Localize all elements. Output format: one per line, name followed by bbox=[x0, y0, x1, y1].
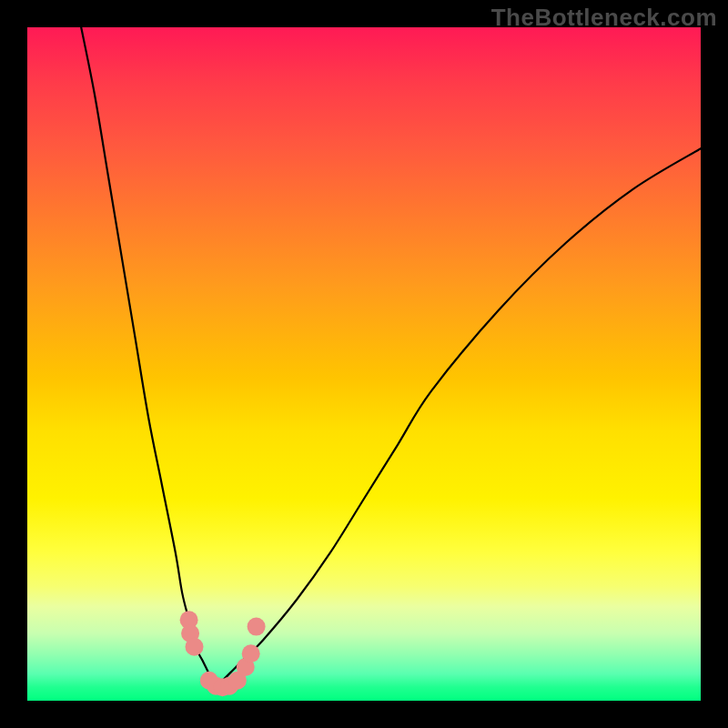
dots-group bbox=[180, 611, 266, 696]
data-dot bbox=[248, 618, 266, 636]
plot-area bbox=[27, 27, 701, 701]
data-dot bbox=[242, 644, 260, 662]
data-dot bbox=[186, 638, 204, 656]
left-curve bbox=[81, 27, 216, 687]
curve-layer bbox=[27, 27, 701, 701]
chart-frame: TheBottleneck.com bbox=[0, 0, 728, 728]
right-curve bbox=[216, 148, 701, 687]
watermark-text: TheBottleneck.com bbox=[491, 4, 717, 32]
